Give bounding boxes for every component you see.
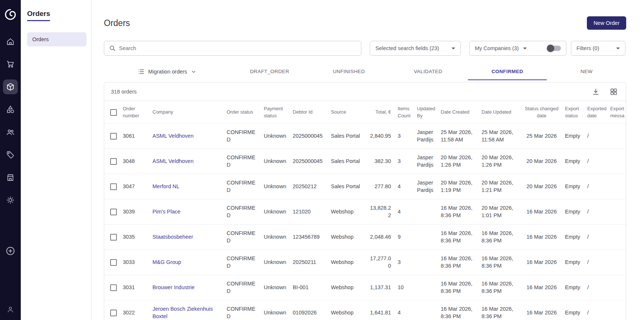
order-number-cell: 3031	[121, 275, 150, 300]
select-all-checkbox[interactable]	[110, 109, 117, 116]
items-count-cell: 4	[395, 199, 415, 225]
row-checkbox[interactable]	[110, 209, 117, 215]
companies-select[interactable]: My Companies (3)	[475, 45, 542, 51]
debtor-id-cell: BI-001	[290, 275, 329, 300]
customers-icon[interactable]	[3, 125, 18, 140]
order-status-cell: CONFIRMED	[224, 300, 262, 320]
row-checkbox[interactable]	[110, 158, 117, 165]
tab-confirmed[interactable]: CONFIRMED	[468, 63, 547, 80]
company-link[interactable]: Pim's Place	[150, 199, 224, 225]
order-number-cell: 3039	[121, 199, 150, 225]
export-message-cell	[608, 199, 626, 225]
tab-draft-order[interactable]: DRAFT_ORDER	[230, 63, 309, 80]
exported-date-cell: /	[585, 149, 608, 174]
order-number-cell: 3047	[121, 174, 150, 199]
status-changed-cell: 16 Mar 2026	[521, 275, 563, 300]
col-debtor-id: Debtor Id	[290, 101, 329, 124]
tag-icon[interactable]	[3, 147, 18, 162]
source-cell: Webshop	[329, 225, 366, 250]
status-changed-cell: 16 Mar 2026	[521, 199, 563, 225]
companies-toggle[interactable]	[548, 46, 561, 51]
total-cell: 1,137.31	[366, 275, 395, 300]
status-changed-cell: 25 Mar 2026	[521, 124, 563, 149]
company-link[interactable]: Brouwer Industrie	[150, 275, 224, 300]
new-order-button[interactable]: New Order	[587, 16, 626, 30]
source-cell: Webshop	[329, 275, 366, 300]
col-exported-date: Exported date	[585, 101, 608, 124]
columns-grid-icon[interactable]	[610, 88, 618, 96]
payment-status-cell: Unknown	[262, 250, 290, 275]
user-icon[interactable]	[3, 302, 18, 317]
sidebar-item-orders[interactable]: Orders	[27, 32, 86, 46]
export-status-cell: Empty	[563, 225, 585, 250]
items-count-cell: 3	[395, 124, 415, 149]
export-status-cell: Empty	[563, 275, 585, 300]
total-cell: 17,277.00	[366, 250, 395, 275]
company-link[interactable]: Merford NL	[150, 174, 224, 199]
date-updated-cell: 16 Mar 2026, 8:36 PM	[479, 225, 521, 250]
order-number-cell: 3035	[121, 225, 150, 250]
company-link[interactable]: M&G Group	[150, 250, 224, 275]
tab-new[interactable]: NEW	[547, 63, 626, 80]
updated-by-cell: Jasper Pardijs	[415, 124, 438, 149]
updated-by-cell	[415, 225, 438, 250]
row-checkbox[interactable]	[110, 183, 117, 190]
view-preset-dropdown[interactable]: Migration orders	[104, 63, 230, 80]
updated-by-cell	[415, 300, 438, 320]
export-message-cell	[608, 174, 626, 199]
order-number-cell: 3022	[121, 300, 150, 320]
exported-date-cell: /	[585, 300, 608, 320]
settings-icon[interactable]	[3, 193, 18, 208]
table-row: 3048 ASML Veldhoven CONFIRMED Unknown 20…	[104, 149, 626, 174]
items-count-cell: 9	[395, 225, 415, 250]
date-updated-cell: 16 Mar 2026, 8:36 PM	[479, 275, 521, 300]
search-input[interactable]	[119, 45, 356, 51]
search-icon	[109, 45, 116, 52]
row-checkbox[interactable]	[110, 234, 117, 241]
app-logo	[3, 7, 17, 22]
row-checkbox[interactable]	[110, 284, 117, 291]
order-status-cell: CONFIRMED	[224, 174, 262, 199]
exported-date-cell: /	[585, 199, 608, 225]
filter-row: Selected search fields (23) My Companies…	[104, 41, 626, 56]
company-link[interactable]: Staatsbosbeheer	[150, 225, 224, 250]
search-fields-select[interactable]: Selected search fields (23)	[370, 41, 461, 56]
tab-unfinished[interactable]: UNFINISHED	[309, 63, 389, 80]
export-message-cell	[608, 275, 626, 300]
updated-by-cell: Jasper Pardijs	[415, 149, 438, 174]
date-created-cell: 16 Mar 2026, 8:36 PM	[438, 250, 479, 275]
store-icon[interactable]	[3, 170, 18, 185]
date-created-cell: 16 Mar 2026, 8:36 PM	[438, 275, 479, 300]
cart-icon[interactable]	[3, 57, 18, 72]
orders-count: 318 orders	[111, 89, 137, 95]
export-message-cell	[608, 300, 626, 320]
download-icon[interactable]	[592, 88, 600, 96]
debtor-id-cell: 121020	[290, 199, 329, 225]
search-box	[104, 41, 361, 56]
date-updated-cell: 16 Mar 2026, 8:36 PM	[479, 250, 521, 275]
payment-status-cell: Unknown	[262, 300, 290, 320]
company-link[interactable]: ASML Veldhoven	[150, 124, 224, 149]
status-changed-cell: 16 Mar 2026	[521, 225, 563, 250]
export-status-cell: Empty	[563, 174, 585, 199]
orders-icon[interactable]	[3, 79, 18, 94]
filters-select[interactable]: Filters (0)	[571, 41, 625, 56]
export-status-cell: Empty	[563, 149, 585, 174]
order-number-cell: 3061	[121, 124, 150, 149]
row-checkbox[interactable]	[110, 259, 117, 266]
home-icon[interactable]	[3, 34, 18, 49]
company-link[interactable]: Jeroen Bosch Ziekenhuis Boxtel	[150, 300, 224, 320]
add-icon[interactable]	[3, 244, 18, 258]
categories-icon[interactable]	[3, 102, 18, 117]
status-changed-cell: 20 Mar 2026	[521, 149, 563, 174]
order-status-cell: CONFIRMED	[224, 149, 262, 174]
orders-table-body: 3061 ASML Veldhoven CONFIRMED Unknown 20…	[104, 124, 626, 320]
total-cell: 2,048.46	[366, 225, 395, 250]
row-checkbox[interactable]	[110, 133, 117, 140]
payment-status-cell: Unknown	[262, 199, 290, 225]
row-checkbox[interactable]	[110, 310, 117, 316]
col-payment-status: Payment status	[262, 101, 290, 124]
tab-validated[interactable]: VALIDATED	[388, 63, 468, 80]
company-link[interactable]: ASML Veldhoven	[150, 149, 224, 174]
status-changed-cell: 16 Mar 2026	[521, 300, 563, 320]
